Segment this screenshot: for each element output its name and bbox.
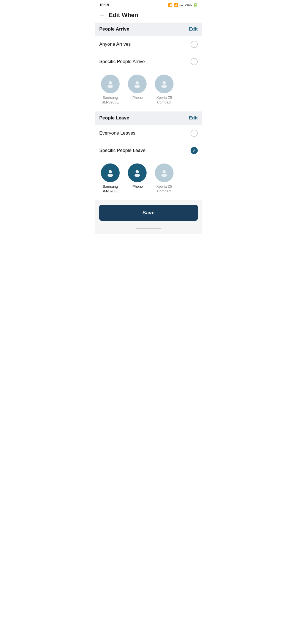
list-item[interactable]: iPhone: [126, 163, 148, 194]
specific-people-leave-row[interactable]: Specific People Leave: [95, 142, 202, 159]
svg-point-10: [163, 170, 166, 173]
avatar: [101, 163, 120, 182]
toolbar: ← Edit When: [95, 9, 202, 23]
svg-point-0: [109, 81, 112, 84]
people-arrive-section-header: People Arrive Edit: [95, 23, 202, 36]
person-name: iPhone: [132, 184, 143, 189]
bluetooth-icon: 📶: [168, 3, 172, 7]
svg-point-11: [161, 174, 167, 177]
list-item[interactable]: Samsung SM-S906E: [99, 75, 121, 105]
bottom-bar: [95, 225, 202, 234]
status-bar: 10:19 📶 📶 ▪▪▪ 74% 🔋: [95, 0, 202, 9]
avatar: [155, 75, 174, 93]
anyone-arrives-label: Anyone Arrives: [99, 42, 131, 47]
svg-point-6: [109, 170, 112, 173]
people-leave-title: People Leave: [99, 115, 129, 121]
anyone-arrives-row[interactable]: Anyone Arrives: [95, 36, 202, 53]
person-name: Samsung SM-S906E: [99, 184, 121, 194]
signal-icon: ▪▪▪: [179, 3, 183, 7]
battery-icon: 🔋: [193, 3, 198, 7]
everyone-leaves-row[interactable]: Everyone Leaves: [95, 125, 202, 142]
specific-people-arrive-row[interactable]: Specific People Arrive: [95, 53, 202, 70]
people-leave-edit-button[interactable]: Edit: [189, 115, 198, 121]
list-item[interactable]: iPhone: [126, 75, 148, 105]
avatar: [128, 75, 147, 93]
status-icons: 📶 📶 ▪▪▪ 74% 🔋: [168, 3, 198, 7]
specific-arrive-radio[interactable]: [191, 58, 198, 65]
svg-point-4: [163, 81, 166, 84]
status-time: 10:19: [99, 3, 109, 7]
person-name: Samsung SM-S906E: [99, 95, 121, 105]
svg-point-2: [136, 81, 139, 84]
person-name: Xperia Z5 Compact: [153, 184, 175, 194]
specific-people-leave-label: Specific People Leave: [99, 148, 145, 153]
avatar: [128, 163, 147, 182]
leave-people-list: Samsung SM-S906E iPhone Xperia Z5 Compac…: [95, 159, 202, 200]
svg-point-5: [161, 85, 167, 88]
svg-point-9: [134, 174, 140, 177]
arrive-people-list: Samsung SM-S906E iPhone Xperia Z5 Compac…: [95, 70, 202, 111]
avatar: [101, 75, 120, 93]
avatar: [155, 163, 174, 182]
anyone-arrives-radio[interactable]: [191, 41, 198, 48]
people-leave-section-header: People Leave Edit: [95, 111, 202, 125]
svg-point-8: [136, 170, 139, 173]
back-button[interactable]: ←: [99, 12, 105, 19]
list-item[interactable]: Xperia Z5 Compact: [153, 163, 175, 194]
save-section: Save: [95, 200, 202, 225]
svg-point-1: [108, 85, 113, 88]
everyone-leaves-radio[interactable]: [191, 130, 198, 137]
person-name: iPhone: [132, 95, 143, 100]
save-button[interactable]: Save: [99, 205, 198, 221]
page-title: Edit When: [109, 12, 138, 19]
specific-leave-radio[interactable]: [191, 147, 198, 154]
specific-people-arrive-section: Specific People Arrive Samsung SM-S906E …: [95, 53, 202, 111]
battery-label: 74%: [185, 3, 192, 7]
home-indicator: [136, 228, 161, 229]
specific-people-leave-section: Specific People Leave Samsung SM-S906E i…: [95, 142, 202, 200]
people-arrive-edit-button[interactable]: Edit: [189, 26, 198, 32]
list-item[interactable]: Xperia Z5 Compact: [153, 75, 175, 105]
person-name: Xperia Z5 Compact: [153, 95, 175, 105]
list-item[interactable]: Samsung SM-S906E: [99, 163, 121, 194]
people-arrive-title: People Arrive: [99, 26, 129, 32]
specific-people-arrive-label: Specific People Arrive: [99, 59, 145, 64]
wifi-icon: 📶: [174, 3, 178, 7]
everyone-leaves-label: Everyone Leaves: [99, 130, 135, 136]
svg-point-7: [108, 174, 113, 177]
svg-point-3: [134, 85, 140, 88]
